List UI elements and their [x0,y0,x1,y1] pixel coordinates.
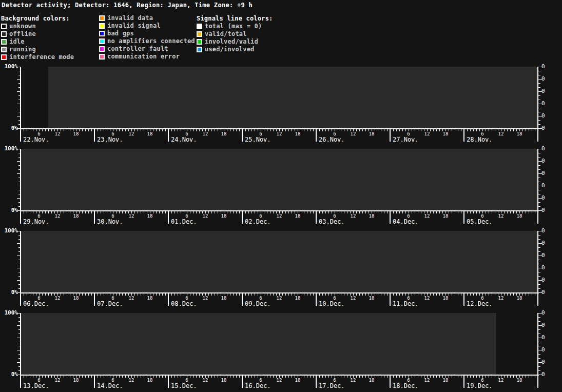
hour-tick-label: 18 [441,378,450,383]
y-axis-left-line [20,313,21,375]
day-boundary-line [390,375,391,388]
date-label: 19.Dec. [467,383,493,389]
hour-tick-label: 18 [293,378,302,383]
day-boundary-line [316,375,317,388]
hour-tick-label: 12 [201,378,210,383]
y-axis-label-100pct: 100% [0,310,18,316]
right-axis-zero-label: 0 [541,310,550,316]
right-axis-zero-label: 0 [541,335,550,341]
hour-tick-label: 12 [275,378,284,383]
right-axis-zero-label: 0 [541,359,550,365]
date-label: 16.Dec. [245,383,271,389]
detector-activity-page: Detector activity; Detector: 1646, Regio… [0,0,562,392]
hour-tick-label: 12 [422,378,432,383]
status-fill-offline [21,313,496,375]
hour-tick-label: 18 [367,378,376,383]
day-boundary-line [20,375,21,388]
y-axis-label-0pct: 0% [0,371,18,378]
day-boundary-line [242,375,243,388]
date-label: 14.Dec. [97,383,123,389]
hour-tick-label: 12 [53,378,62,383]
day-boundary-line [168,375,169,388]
date-label: 13.Dec. [23,383,49,389]
date-label: 15.Dec. [171,383,197,389]
right-axis-zero-label: 0 [541,322,550,328]
hour-tick-label: 18 [145,378,154,383]
hour-tick-label: 18 [515,378,524,383]
hour-tick-label: 18 [219,378,228,383]
date-label: 17.Dec. [319,383,345,389]
hour-tick-label: 12 [127,378,136,383]
date-label: 18.Dec. [393,383,419,389]
hour-tick-label: 12 [496,378,506,383]
day-boundary-line [94,375,95,388]
day-boundary-line [463,375,464,388]
hour-tick-label: 12 [348,378,358,383]
activity-chart-week-4: 100%0%0000006121813.Dec.6121814.Dec.6121… [0,0,562,392]
hour-tick-label: 18 [71,378,81,383]
right-axis-zero-label: 0 [541,347,550,353]
right-axis-zero-label: 0 [541,371,550,378]
